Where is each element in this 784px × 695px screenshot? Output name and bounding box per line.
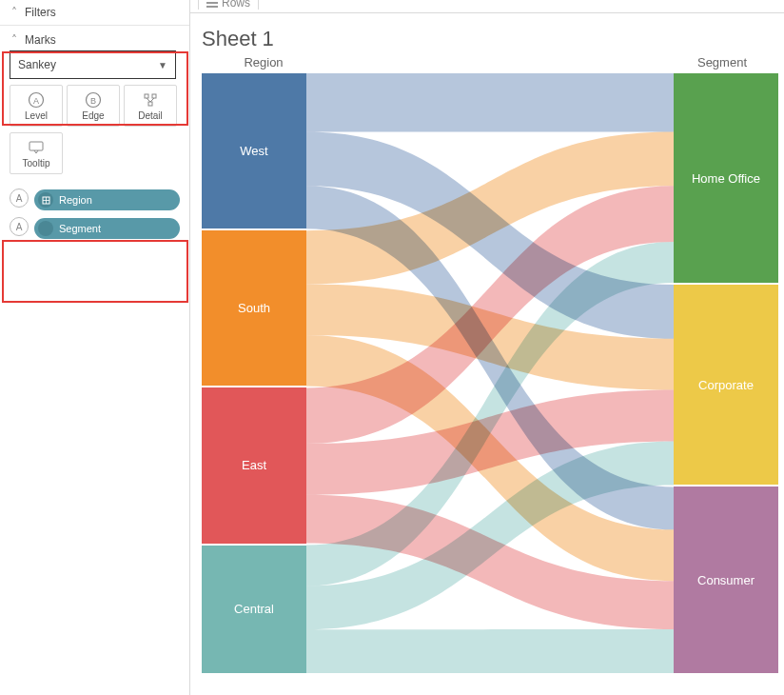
sankey-node-west[interactable]: West [202, 73, 306, 228]
sheet-title[interactable]: Sheet 1 [190, 13, 784, 55]
chevron-down-icon: ▼ [158, 60, 167, 70]
filters-section[interactable]: ˄ Filters [0, 0, 189, 26]
mark-type-value: Sankey [18, 58, 56, 71]
pill-row-segment: A Segment [10, 214, 180, 239]
svg-rect-9 [148, 102, 152, 106]
sankey-node-south[interactable]: South [202, 230, 306, 386]
rows-label-text: Rows [222, 0, 250, 10]
chevron-down-icon: ˄ [10, 33, 19, 47]
tooltip-icon [28, 139, 45, 156]
level-button[interactable]: A Level [10, 85, 63, 127]
detail-button-label: Detail [138, 110, 163, 121]
level-a-icon: A [10, 217, 29, 236]
level-a-icon: A [28, 91, 45, 109]
marks-card: ˄ Marks Sankey ▼ A Level B Edge [0, 26, 189, 248]
marks-header[interactable]: ˄ Marks [10, 33, 180, 47]
marks-label: Marks [25, 33, 56, 47]
pill-region[interactable]: Region [34, 189, 180, 210]
worksheet: Sheet 1 Region Segment WestSouthEastCent… [190, 13, 784, 695]
svg-rect-1 [206, 2, 218, 4]
edge-button-label: Edge [82, 110, 104, 121]
sankey-links [306, 73, 674, 673]
tooltip-button-label: Tooltip [23, 158, 50, 169]
pill-segment-label: Segment [59, 223, 101, 234]
mark-type-dropdown[interactable]: Sankey ▼ [10, 50, 176, 79]
edge-button[interactable]: B Edge [67, 85, 120, 127]
detail-icon [142, 91, 159, 109]
sankey-node-home-office[interactable]: Home Office [674, 73, 778, 283]
field-icon [38, 221, 53, 236]
rows-shelf-label[interactable]: Rows [198, 0, 259, 10]
filters-label: Filters [25, 6, 56, 19]
header-segment: Segment [670, 55, 774, 70]
pill-row-region: A Region [10, 186, 180, 210]
sankey-node-consumer[interactable]: Consumer [674, 486, 778, 673]
chart-headers: Region Segment [190, 55, 784, 73]
rows-shelf: Rows [190, 0, 784, 13]
sankey-link[interactable] [306, 629, 674, 673]
svg-rect-7 [145, 94, 148, 98]
level-a-icon: A [10, 189, 29, 208]
level-button-label: Level [25, 110, 48, 121]
svg-text:B: B [90, 95, 96, 105]
highlight-box-pills [2, 240, 188, 303]
sankey-chart[interactable]: WestSouthEastCentral Home OfficeCorporat… [202, 73, 778, 673]
sankey-node-central[interactable]: Central [202, 546, 306, 673]
sankey-node-east[interactable]: East [202, 387, 306, 543]
detail-button[interactable]: Detail [124, 85, 177, 127]
sankey-node-corporate[interactable]: Corporate [674, 285, 778, 485]
svg-text:A: A [33, 95, 39, 105]
svg-rect-2 [206, 6, 218, 8]
header-region: Region [202, 55, 325, 70]
sankey-link[interactable] [306, 73, 674, 132]
edge-b-icon: B [85, 91, 102, 109]
pill-segment[interactable]: Segment [34, 218, 180, 239]
tooltip-button[interactable]: Tooltip [10, 132, 63, 174]
svg-rect-8 [152, 94, 156, 98]
svg-rect-10 [29, 142, 43, 150]
rows-icon [206, 0, 218, 9]
side-panel: ˄ Filters ˄ Marks Sankey ▼ A Level B E [0, 0, 190, 695]
field-icon [38, 192, 53, 208]
pill-region-label: Region [59, 194, 92, 206]
chevron-down-icon: ˄ [10, 6, 19, 19]
